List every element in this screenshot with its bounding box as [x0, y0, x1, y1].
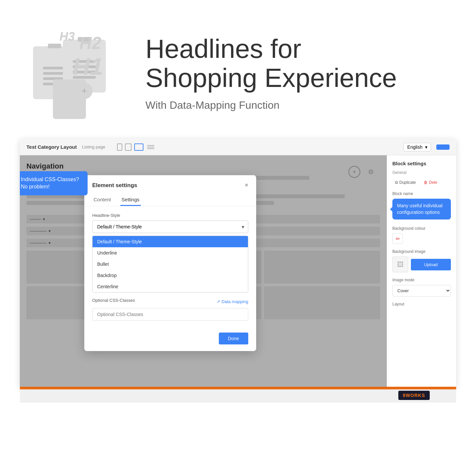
tablet-icon[interactable]: [125, 143, 132, 151]
dialog-tabs: Content Settings: [84, 194, 256, 206]
delete-icon: 🗑: [424, 180, 428, 185]
tab-settings[interactable]: Settings: [120, 194, 141, 206]
dropdown-item-bullet[interactable]: Bullet: [93, 258, 248, 270]
list-line: [147, 147, 154, 147]
list-line: [147, 148, 154, 149]
optional-row: Optional CSS-Classes ↗ Data mapping: [92, 298, 248, 305]
headline-style-label: Headline-Style: [92, 213, 248, 218]
dialog-header: Element settings ×: [84, 175, 256, 189]
callout-area: Many useful individual configuration opt…: [392, 199, 451, 219]
right-panel: Block settings General ⧉ Duplicate 🗑 Del…: [387, 155, 456, 387]
external-link-icon: ↗: [217, 299, 220, 304]
layout-section-label: Layout: [392, 302, 451, 306]
sub-headline: With Data-Mapping Function: [145, 99, 450, 111]
browser-content: + ⚙ Navigation ──── ▾ ──── ▾: [20, 155, 456, 387]
list-line: [147, 145, 154, 146]
action-row: ⧉ Duplicate 🗑 Dele: [392, 179, 451, 186]
main-headline: Headlines for Shopping Experience: [145, 34, 450, 93]
duplicate-button[interactable]: ⧉ Duplicate: [392, 179, 418, 186]
image-preview: 🖼: [392, 257, 408, 272]
dropdown-item-backdrop[interactable]: Backdrop: [93, 270, 248, 281]
plus-icon: +: [76, 83, 93, 99]
desktop-icon[interactable]: [134, 143, 143, 151]
publish-button[interactable]: [436, 144, 450, 150]
clipboard-3: +: [53, 79, 86, 119]
duplicate-icon: ⧉: [395, 180, 398, 185]
block-settings-title: Block settings: [392, 161, 451, 166]
dialog-footer: Done: [84, 327, 256, 351]
optional-css-label: Optional CSS-Classes: [92, 298, 135, 303]
color-swatch-area: ✏: [392, 233, 451, 244]
upload-button[interactable]: Upload: [411, 259, 451, 270]
h1-icon: H1: [73, 53, 103, 80]
bg-image-label: Background image: [392, 249, 451, 254]
bg-image-row: 🖼 Upload: [392, 257, 451, 272]
block-name-label: Block name: [392, 191, 451, 196]
dropdown-item-default[interactable]: Default / Theme-Style: [93, 236, 248, 247]
paint-icon: ✏: [396, 236, 400, 242]
general-section-label: General: [392, 170, 451, 175]
icon-area: H1 H2 H3 +: [26, 20, 132, 126]
dialog-body: Headline-Style Default / Theme-Style ▾ D…: [84, 206, 256, 327]
chevron-down-icon: ▾: [425, 144, 427, 150]
dropdown-list: Default / Theme-Style Underline Bullet B…: [92, 236, 248, 293]
bg-colour-label: Background colour: [392, 226, 451, 231]
language-label: English: [407, 144, 422, 150]
dialog-title: Element settings: [92, 182, 137, 189]
headline-style-select[interactable]: Default / Theme-Style: [92, 220, 248, 233]
list-icon[interactable]: [146, 143, 155, 151]
dialog-close-button[interactable]: ×: [245, 182, 248, 189]
language-select[interactable]: English ▾: [404, 143, 431, 151]
left-panel: + ⚙ Navigation ──── ▾ ──── ▾: [20, 155, 387, 387]
image-mode-label: Image mode: [392, 278, 451, 282]
tab-content[interactable]: Content: [92, 194, 112, 206]
dropdown-item-centerline[interactable]: Centerline: [93, 281, 248, 292]
data-mapping-link[interactable]: ↗ Data mapping: [217, 299, 248, 304]
config-callout-bubble: Many useful individual configuration opt…: [392, 199, 451, 219]
clip-top-1: [48, 44, 61, 48]
mobile-icon[interactable]: [117, 143, 122, 151]
style-select-wrapper: Default / Theme-Style ▾: [92, 220, 248, 233]
page-title: Test Category Layout: [26, 144, 77, 150]
color-swatch[interactable]: ✏: [392, 233, 403, 244]
element-settings-dialog[interactable]: Element settings × Content Settings Head…: [84, 175, 256, 351]
bottom-bar: [20, 387, 456, 389]
dialog-overlay: Element settings × Content Settings Head…: [20, 155, 387, 387]
dropdown-item-underline[interactable]: Underline: [93, 247, 248, 258]
image-mode-select[interactable]: Cover: [392, 285, 451, 297]
listing-page-label: Listing page: [82, 144, 105, 149]
done-button[interactable]: Done: [219, 333, 248, 344]
css-classes-input[interactable]: [92, 308, 248, 321]
device-icons: [117, 143, 155, 151]
callout-arrow-icon: [388, 207, 392, 212]
brand-badge: 8WORKS: [398, 391, 430, 400]
browser-wrapper: Test Category Layout Listing page Englis…: [20, 139, 456, 387]
top-section: H1 H2 H3 + Headlines for Shopping Experi…: [0, 0, 476, 139]
bg-image-area: Background image 🖼 Upload: [392, 249, 451, 272]
browser-chrome: Test Category Layout Listing page Englis…: [20, 139, 456, 155]
image-icon: 🖼: [397, 261, 404, 268]
h2-icon: H2: [79, 33, 101, 53]
headline-text-area: Headlines for Shopping Experience With D…: [145, 34, 450, 111]
h3-icon: H3: [60, 30, 75, 44]
footer-bar: 8WORKS: [20, 389, 456, 403]
image-mode-area: Image mode Cover: [392, 278, 451, 297]
delete-button[interactable]: 🗑 Dele: [421, 179, 440, 186]
